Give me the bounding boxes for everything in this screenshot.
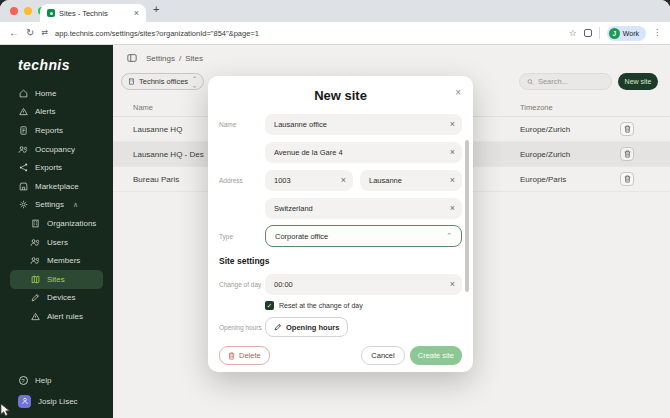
minimize-window-button[interactable] bbox=[24, 7, 32, 15]
close-window-button[interactable] bbox=[10, 7, 18, 15]
trash-icon bbox=[228, 352, 235, 360]
sidebar-item-occupancy[interactable]: Occupancy bbox=[0, 140, 113, 159]
breadcrumb: Settings / Sites bbox=[146, 54, 203, 63]
browser-menu-icon[interactable]: ⋮ bbox=[653, 29, 661, 37]
create-site-button[interactable]: Create site bbox=[410, 346, 462, 365]
sidebar-item-exports[interactable]: Exports bbox=[0, 158, 113, 177]
breadcrumb-sites[interactable]: Sites bbox=[185, 54, 203, 63]
tab-strip: Sites - Technis × + bbox=[0, 0, 670, 22]
new-tab-button[interactable]: + bbox=[153, 3, 159, 15]
people-icon bbox=[18, 145, 28, 154]
share-icon bbox=[18, 163, 28, 172]
clear-icon[interactable]: × bbox=[450, 148, 455, 157]
profile-avatar: J bbox=[609, 28, 620, 39]
document-icon bbox=[18, 126, 28, 135]
search-box[interactable] bbox=[519, 73, 612, 90]
sidebar-item-help[interactable]: ? Help bbox=[0, 371, 113, 390]
reset-checkbox[interactable]: ✓ bbox=[265, 301, 274, 310]
delete-site-icon[interactable] bbox=[620, 122, 634, 136]
clear-icon[interactable]: × bbox=[450, 120, 455, 129]
sidebar-item-members[interactable]: Members bbox=[0, 251, 113, 270]
toolbar-divider bbox=[599, 27, 600, 39]
sidebar-item-marketplace[interactable]: Marketplace bbox=[0, 177, 113, 196]
help-icon: ? bbox=[18, 376, 28, 385]
sidebar-toggle-icon[interactable] bbox=[127, 53, 137, 63]
sidebar-item-settings[interactable]: Settings ∧ bbox=[0, 196, 113, 215]
sidebar-item-alerts[interactable]: Alerts bbox=[0, 103, 113, 122]
technis-logo: technis bbox=[0, 57, 113, 73]
new-site-modal: New site × Name × Address × × bbox=[208, 76, 473, 372]
alert-triangle-icon bbox=[18, 107, 28, 116]
change-of-day-input[interactable] bbox=[265, 274, 462, 295]
site-info-icon[interactable]: ⇄ bbox=[41, 29, 48, 37]
browser-profile-chip[interactable]: J Work bbox=[607, 26, 646, 41]
delete-site-icon[interactable] bbox=[620, 147, 634, 161]
city-input[interactable] bbox=[360, 170, 462, 191]
change-of-day-label: Change of day bbox=[219, 281, 265, 288]
reset-checkbox-label: Reset at the change of day bbox=[279, 302, 363, 309]
sidebar-item-home[interactable]: Home bbox=[0, 84, 113, 103]
user-avatar bbox=[18, 395, 31, 408]
store-icon bbox=[18, 182, 28, 191]
back-icon[interactable]: ← bbox=[9, 28, 19, 38]
street-input[interactable] bbox=[265, 142, 462, 163]
sidebar-user[interactable]: Josip Lisec bbox=[0, 390, 113, 412]
search-input[interactable] bbox=[538, 77, 604, 86]
gear-icon bbox=[18, 200, 28, 209]
sidebar-item-sites[interactable]: Sites bbox=[10, 270, 103, 289]
home-icon bbox=[18, 89, 28, 98]
type-label: Type bbox=[219, 233, 265, 240]
organization-selector[interactable]: Technis offices ⌃⌃ bbox=[121, 73, 204, 90]
chevron-up-icon: ⌃ bbox=[446, 232, 452, 240]
opening-hours-button[interactable]: Opening hours bbox=[265, 317, 348, 337]
delete-site-icon[interactable] bbox=[620, 172, 634, 186]
country-input[interactable] bbox=[265, 198, 462, 219]
building-icon bbox=[30, 219, 40, 228]
mouse-cursor bbox=[0, 403, 11, 417]
type-select[interactable]: Corporate office ⌃ bbox=[265, 225, 462, 247]
browser-tab[interactable]: Sites - Technis × bbox=[40, 4, 146, 22]
browser-window: Sites - Technis × + ← ↻ ⇄ app.technis.co… bbox=[0, 0, 670, 418]
modal-title: New site bbox=[219, 88, 462, 103]
modal-scrollbar[interactable] bbox=[465, 140, 469, 292]
clear-icon[interactable]: × bbox=[450, 176, 455, 185]
address-bar[interactable]: app.technis.com/settings/sites?organizat… bbox=[55, 29, 562, 38]
site-favicon bbox=[47, 9, 55, 17]
org-building-icon bbox=[128, 78, 135, 85]
chevron-up-icon: ∧ bbox=[73, 201, 78, 209]
device-icon bbox=[30, 293, 40, 302]
map-icon bbox=[30, 275, 40, 284]
sidebar-item-devices[interactable]: Devices bbox=[0, 289, 113, 308]
opening-hours-label: Opening hours bbox=[219, 324, 265, 331]
name-label: Name bbox=[219, 121, 265, 128]
members-icon bbox=[30, 256, 40, 265]
clear-icon[interactable]: × bbox=[341, 176, 346, 185]
sidebar-item-users[interactable]: Users bbox=[0, 233, 113, 252]
tab-close-icon[interactable]: × bbox=[134, 8, 139, 18]
sidebar-item-organizations[interactable]: Organizations bbox=[0, 214, 113, 233]
cancel-button[interactable]: Cancel bbox=[361, 346, 404, 365]
bookmark-star-icon[interactable]: ☆ bbox=[569, 29, 577, 38]
name-input[interactable] bbox=[265, 114, 462, 135]
extensions-icon[interactable] bbox=[584, 29, 592, 37]
address-label: Address bbox=[219, 177, 265, 184]
breadcrumb-settings[interactable]: Settings bbox=[146, 54, 175, 63]
search-icon bbox=[527, 78, 534, 86]
clear-icon[interactable]: × bbox=[450, 280, 455, 289]
close-icon[interactable]: × bbox=[455, 88, 461, 98]
site-settings-heading: Site settings bbox=[219, 256, 462, 266]
sidebar-item-reports[interactable]: Reports bbox=[0, 121, 113, 140]
pencil-icon bbox=[274, 323, 282, 331]
alert-rules-icon bbox=[30, 312, 40, 321]
clear-icon[interactable]: × bbox=[450, 204, 455, 213]
tab-title: Sites - Technis bbox=[59, 9, 130, 18]
sidebar-item-alert-rules[interactable]: Alert rules bbox=[0, 307, 113, 326]
select-arrows-icon: ⌃⌃ bbox=[192, 77, 197, 87]
new-site-button[interactable]: New site bbox=[618, 73, 658, 90]
reload-icon[interactable]: ↻ bbox=[26, 28, 34, 38]
browser-toolbar: ← ↻ ⇄ app.technis.com/settings/sites?org… bbox=[0, 22, 670, 45]
users-icon bbox=[30, 238, 40, 247]
sidebar: technis Home Alerts Reports Occupancy Ex… bbox=[0, 45, 113, 418]
delete-button[interactable]: Delete bbox=[219, 346, 270, 365]
